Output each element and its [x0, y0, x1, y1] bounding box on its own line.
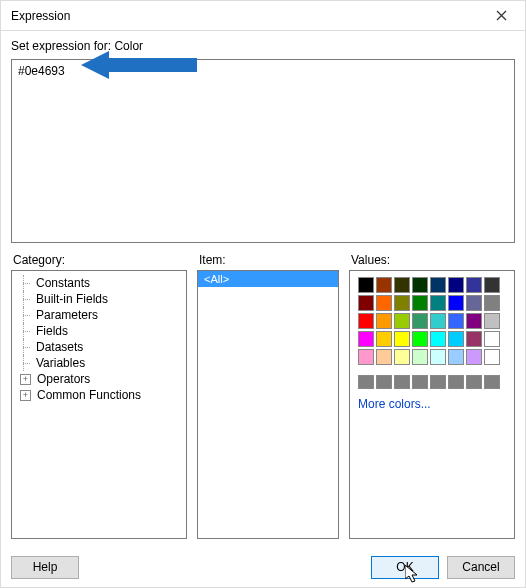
category-item[interactable]: Parameters: [14, 307, 184, 323]
expression-editor[interactable]: [11, 59, 515, 243]
color-swatch[interactable]: [412, 313, 428, 329]
color-swatch[interactable]: [394, 331, 410, 347]
color-swatch[interactable]: [430, 375, 446, 389]
color-swatch[interactable]: [466, 349, 482, 365]
color-swatch[interactable]: [358, 331, 374, 347]
values-label: Values:: [349, 253, 515, 267]
category-item-label: Parameters: [34, 308, 100, 322]
tree-line-icon: [20, 355, 32, 371]
color-swatch[interactable]: [448, 295, 464, 311]
window-title: Expression: [11, 9, 70, 23]
color-swatch[interactable]: [484, 349, 500, 365]
color-swatch[interactable]: [376, 313, 392, 329]
category-item-label: Datasets: [34, 340, 85, 354]
color-swatch[interactable]: [358, 277, 374, 293]
color-swatch[interactable]: [412, 331, 428, 347]
color-swatch[interactable]: [358, 375, 374, 389]
color-swatch[interactable]: [376, 349, 392, 365]
color-swatch[interactable]: [394, 375, 410, 389]
tree-line-icon: [20, 339, 32, 355]
color-swatch[interactable]: [358, 349, 374, 365]
category-item-label: Built-in Fields: [34, 292, 110, 306]
category-item[interactable]: Variables: [14, 355, 184, 371]
color-swatch[interactable]: [448, 331, 464, 347]
ok-button[interactable]: OK: [371, 556, 439, 579]
color-swatch[interactable]: [376, 375, 392, 389]
color-swatch[interactable]: [466, 375, 482, 389]
category-item[interactable]: +Operators: [14, 371, 184, 387]
color-swatch[interactable]: [484, 313, 500, 329]
close-icon: [496, 10, 507, 21]
tree-line-icon: [20, 291, 32, 307]
close-button[interactable]: [485, 2, 517, 30]
expand-icon[interactable]: +: [20, 374, 31, 385]
color-swatch[interactable]: [430, 277, 446, 293]
category-item-label: Common Functions: [35, 388, 143, 402]
color-swatch[interactable]: [412, 277, 428, 293]
color-swatch[interactable]: [376, 295, 392, 311]
category-item-label: Constants: [34, 276, 92, 290]
more-colors-link[interactable]: More colors...: [358, 397, 506, 411]
item-list[interactable]: <All>: [197, 270, 339, 539]
item-pane: Item: <All>: [197, 253, 339, 539]
color-swatch[interactable]: [394, 277, 410, 293]
color-swatch[interactable]: [358, 295, 374, 311]
color-swatch[interactable]: [430, 313, 446, 329]
tree-line-icon: [20, 307, 32, 323]
color-swatch[interactable]: [448, 313, 464, 329]
color-swatch[interactable]: [466, 295, 482, 311]
color-swatch[interactable]: [484, 375, 500, 389]
panes-container: Category: ConstantsBuilt-in FieldsParame…: [1, 253, 525, 539]
color-swatch[interactable]: [484, 295, 500, 311]
color-swatch[interactable]: [448, 375, 464, 389]
expand-icon[interactable]: +: [20, 390, 31, 401]
color-swatch[interactable]: [394, 295, 410, 311]
color-swatch[interactable]: [448, 277, 464, 293]
tree-line-icon: [20, 275, 32, 291]
category-item[interactable]: Constants: [14, 275, 184, 291]
category-item[interactable]: Datasets: [14, 339, 184, 355]
color-swatch[interactable]: [430, 331, 446, 347]
color-swatch[interactable]: [484, 331, 500, 347]
expression-target-label: Set expression for: Color: [1, 31, 525, 59]
category-item-label: Operators: [35, 372, 92, 386]
color-swatch[interactable]: [412, 295, 428, 311]
color-swatch[interactable]: [358, 313, 374, 329]
category-label: Category:: [11, 253, 187, 267]
color-swatch[interactable]: [412, 375, 428, 389]
tree-line-icon: [20, 323, 32, 339]
category-item-label: Fields: [34, 324, 70, 338]
color-swatch[interactable]: [430, 295, 446, 311]
category-item[interactable]: Fields: [14, 323, 184, 339]
category-pane: Category: ConstantsBuilt-in FieldsParame…: [11, 253, 187, 539]
values-pane: Values: More colors...: [349, 253, 515, 539]
item-row[interactable]: <All>: [198, 271, 338, 287]
category-item[interactable]: +Common Functions: [14, 387, 184, 403]
category-tree[interactable]: ConstantsBuilt-in FieldsParametersFields…: [11, 270, 187, 539]
color-swatch[interactable]: [484, 277, 500, 293]
color-swatch[interactable]: [466, 313, 482, 329]
color-swatch[interactable]: [394, 349, 410, 365]
category-item[interactable]: Built-in Fields: [14, 291, 184, 307]
item-label: Item:: [197, 253, 339, 267]
color-swatch[interactable]: [430, 349, 446, 365]
color-swatch[interactable]: [466, 277, 482, 293]
color-grid: [358, 277, 506, 365]
gray-row: [358, 375, 506, 389]
color-swatch[interactable]: [412, 349, 428, 365]
color-swatch[interactable]: [376, 331, 392, 347]
category-item-label: Variables: [34, 356, 87, 370]
color-swatch[interactable]: [448, 349, 464, 365]
color-swatch[interactable]: [376, 277, 392, 293]
values-body: More colors...: [349, 270, 515, 539]
color-swatch[interactable]: [394, 313, 410, 329]
expression-textarea[interactable]: [12, 60, 514, 242]
titlebar: Expression: [1, 1, 525, 31]
cancel-button[interactable]: Cancel: [447, 556, 515, 579]
color-swatch[interactable]: [466, 331, 482, 347]
footer: Help OK Cancel: [1, 547, 525, 587]
help-button[interactable]: Help: [11, 556, 79, 579]
